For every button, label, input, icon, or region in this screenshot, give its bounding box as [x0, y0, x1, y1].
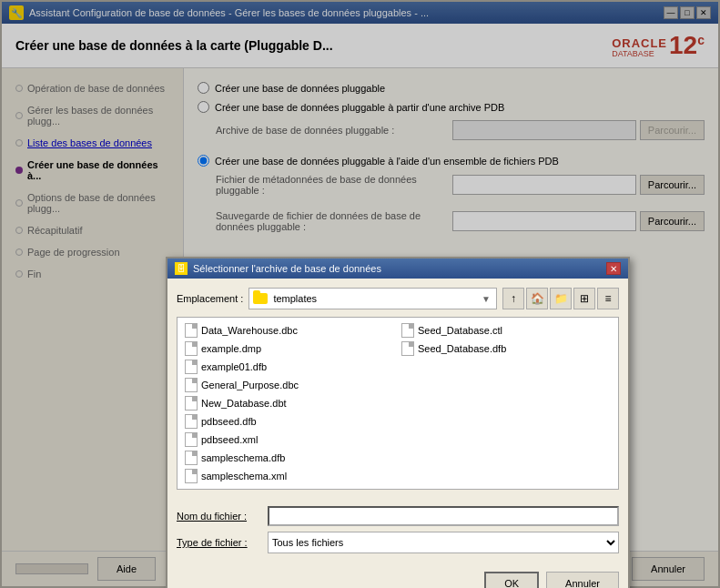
- list-item[interactable]: Data_Warehouse.dbc: [181, 321, 398, 340]
- list-item[interactable]: sampleschema.dfb: [181, 449, 398, 467]
- location-bar: Emplacement : templates ▼ ↑ 🏠 📁 ⊞ ≡: [177, 288, 619, 309]
- file-name: New_Database.dbt: [201, 398, 287, 409]
- file-name: sampleschema.dfb: [201, 452, 285, 463]
- list-item[interactable]: pdbseed.xml: [181, 431, 398, 449]
- type-fichier-wrapper: Tous les fichiers: [268, 532, 619, 553]
- file-icon: [185, 341, 198, 356]
- dropdown-arrow-icon: ▼: [482, 294, 492, 304]
- nav-buttons: ↑ 🏠 📁 ⊞ ≡: [502, 288, 619, 309]
- location-value: templates: [273, 293, 317, 304]
- file-name: sampleschema.xml: [201, 471, 287, 482]
- list-item[interactable]: example01.dfb: [181, 358, 398, 376]
- file-icon: [185, 414, 198, 429]
- list-item[interactable]: General_Purpose.dbc: [181, 376, 398, 394]
- file-icon: [185, 360, 198, 374]
- dialog-bottom: Nom du fichier : Type de fichier : Tous …: [167, 499, 628, 566]
- folder-icon: [253, 293, 268, 304]
- file-name: example.dmp: [201, 343, 261, 354]
- nav-home-button[interactable]: 🏠: [526, 288, 548, 309]
- dialog-title-left: 🗄 Sélectionner l'archive de base de donn…: [175, 262, 381, 275]
- nav-view-details-button[interactable]: ⊞: [573, 288, 595, 309]
- nav-view-list-button[interactable]: ≡: [597, 288, 619, 309]
- nom-fichier-input[interactable]: [268, 506, 619, 526]
- file-icon: [185, 396, 198, 411]
- file-icon: [185, 432, 198, 447]
- type-fichier-label: Type de fichier :: [177, 537, 268, 548]
- file-icon: [401, 341, 414, 356]
- dialog-close-button[interactable]: ✕: [606, 262, 621, 275]
- file-select-dialog: 🗄 Sélectionner l'archive de base de donn…: [166, 257, 630, 588]
- dialog-cancel-button[interactable]: Annuler: [546, 572, 619, 588]
- dialog-buttons: OK Annuler: [167, 566, 628, 588]
- dialog-icon: 🗄: [175, 262, 188, 275]
- list-item[interactable]: pdbseed.dfb: [181, 412, 398, 431]
- file-name: Data_Warehouse.dbc: [201, 325, 298, 336]
- list-item[interactable]: Seed_Database.ctl: [398, 321, 614, 340]
- main-window: 🔧 Assistant Configuration de base de don…: [0, 0, 720, 588]
- file-icon: [185, 323, 198, 338]
- nav-create-folder-button[interactable]: 📁: [550, 288, 572, 309]
- file-name: pdbseed.dfb: [201, 416, 257, 427]
- file-list: Data_Warehouse.dbc Seed_Database.ctl exa…: [177, 317, 619, 490]
- list-item[interactable]: example.dmp: [181, 340, 398, 358]
- file-icon: [185, 451, 198, 465]
- file-name: pdbseed.xml: [201, 434, 258, 445]
- dialog-content: Emplacement : templates ▼ ↑ 🏠 📁 ⊞ ≡: [167, 279, 628, 499]
- location-label: Emplacement :: [177, 293, 243, 304]
- file-name: Seed_Database.dfb: [418, 343, 506, 354]
- type-fichier-row: Type de fichier : Tous les fichiers: [177, 532, 619, 553]
- location-select-inner: templates: [253, 293, 317, 304]
- file-icon: [185, 378, 198, 392]
- dialog-ok-button[interactable]: OK: [484, 572, 539, 588]
- nom-fichier-row: Nom du fichier :: [177, 506, 619, 526]
- nom-fichier-label: Nom du fichier :: [177, 511, 268, 522]
- type-fichier-select[interactable]: Tous les fichiers: [268, 532, 619, 553]
- dialog-overlay: 🗄 Sélectionner l'archive de base de donn…: [2, 2, 718, 586]
- file-name: General_Purpose.dbc: [201, 380, 299, 390]
- nav-up-button[interactable]: ↑: [502, 288, 524, 309]
- file-icon: [185, 469, 198, 483]
- file-name: example01.dfb: [201, 361, 267, 372]
- list-item[interactable]: Seed_Database.dfb: [398, 340, 614, 358]
- location-select[interactable]: templates ▼: [248, 288, 497, 309]
- dialog-title-text: Sélectionner l'archive de base de donnée…: [193, 263, 381, 274]
- dialog-title-bar: 🗄 Sélectionner l'archive de base de donn…: [167, 259, 628, 279]
- file-icon: [401, 323, 414, 338]
- list-item[interactable]: sampleschema.xml: [181, 467, 398, 485]
- file-name: Seed_Database.ctl: [418, 325, 502, 336]
- list-item[interactable]: New_Database.dbt: [181, 394, 398, 412]
